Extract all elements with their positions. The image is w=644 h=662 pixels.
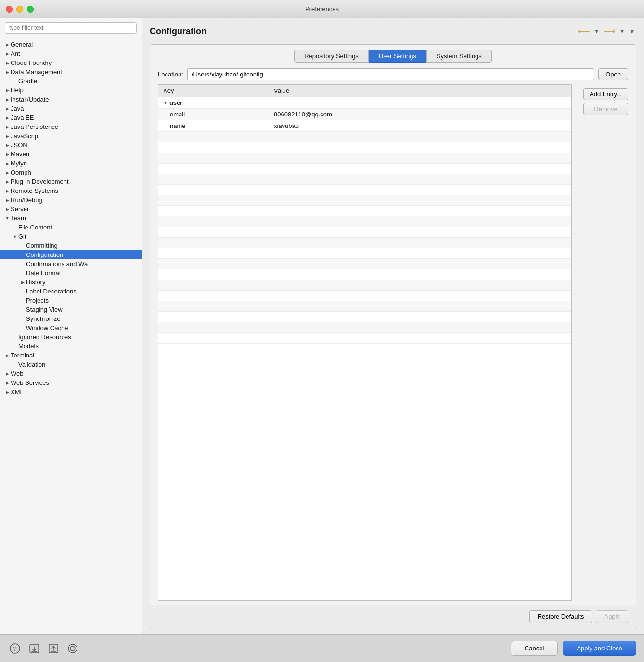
sidebar-item-install-update[interactable]: ▶Install/Update <box>0 95 142 104</box>
tree-label-staging-view: Staging View <box>26 306 142 313</box>
empty-value-cell <box>269 153 571 163</box>
sidebar-item-maven[interactable]: ▶Maven <box>0 150 142 159</box>
value-cell: xiayubao <box>269 120 571 131</box>
help-button[interactable]: ? <box>8 641 22 656</box>
table-row[interactable]: email 906082110@qq.com <box>158 109 571 120</box>
empty-row <box>158 164 571 174</box>
maximize-button[interactable] <box>27 6 34 13</box>
sidebar-item-configuration[interactable]: Configuration <box>0 250 142 259</box>
empty-row <box>158 248 571 259</box>
tree-label-java-persistence: Java Persistence <box>11 123 142 130</box>
sidebar-item-remote-systems[interactable]: ▶Remote Systems <box>0 186 142 195</box>
tab-system[interactable]: System Settings <box>426 50 492 63</box>
sidebar-item-history[interactable]: ▶History <box>0 278 142 287</box>
sidebar-item-label-decorations[interactable]: Label Decorations <box>0 287 142 296</box>
bottom-actions: Cancel Apply and Close <box>511 641 636 656</box>
empty-row <box>158 280 571 291</box>
sidebar-item-gradle[interactable]: Gradle <box>0 76 142 86</box>
sidebar-item-java-persistence[interactable]: ▶Java Persistence <box>0 122 142 131</box>
import-button[interactable] <box>27 641 41 656</box>
sidebar-item-oomph[interactable]: ▶Oomph <box>0 168 142 177</box>
tree-arrow-plugin-dev: ▶ <box>4 179 11 184</box>
sidebar-item-web-services[interactable]: ▶Web Services <box>0 378 142 387</box>
cancel-button[interactable]: Cancel <box>511 641 558 656</box>
back-dropdown[interactable]: ▼ <box>593 27 600 35</box>
empty-key-cell <box>158 280 269 290</box>
record-button[interactable] <box>65 641 80 656</box>
tree-label-ignored-resources: Ignored Resources <box>18 333 142 341</box>
minimize-button[interactable] <box>16 6 23 13</box>
sidebar-item-models[interactable]: Models <box>0 342 142 351</box>
group-name: user <box>169 99 182 106</box>
tree-label-java-ee: Java EE <box>11 114 142 121</box>
tree-label-synchronize: Synchronize <box>26 315 142 322</box>
window-title: Preferences <box>305 5 339 13</box>
tab-repository[interactable]: Repository Settings <box>294 50 369 63</box>
sidebar-item-staging-view[interactable]: Staging View <box>0 305 142 314</box>
sidebar-item-ant[interactable]: ▶Ant <box>0 49 142 58</box>
sidebar-item-ignored-resources[interactable]: Ignored Resources <box>0 332 142 342</box>
empty-key-cell <box>158 301 269 311</box>
tab-user[interactable]: User Settings <box>369 50 426 63</box>
config-panel: Repository SettingsUser SettingsSystem S… <box>150 44 636 628</box>
sidebar-item-plugin-dev[interactable]: ▶Plug-in Development <box>0 177 142 186</box>
apply-close-button[interactable]: Apply and Close <box>563 641 636 656</box>
restore-defaults-button[interactable]: Restore Defaults <box>529 610 592 623</box>
forward-button[interactable]: ⟶ <box>602 25 617 38</box>
sidebar-item-run-debug[interactable]: ▶Run/Debug <box>0 195 142 204</box>
empty-key-cell <box>158 238 269 248</box>
forward-dropdown[interactable]: ▼ <box>618 27 626 35</box>
empty-row <box>158 312 571 322</box>
sidebar-item-xml[interactable]: ▶XML <box>0 387 142 396</box>
sidebar-item-terminal[interactable]: ▶Terminal <box>0 351 142 360</box>
empty-key-cell <box>158 185 269 195</box>
sidebar-item-java-ee[interactable]: ▶Java EE <box>0 113 142 122</box>
empty-value-cell <box>269 164 571 174</box>
table-row[interactable]: name xiayubao <box>158 120 571 132</box>
add-entry-button[interactable]: Add Entry... <box>583 88 628 100</box>
sidebar-item-synchronize[interactable]: Synchronize <box>0 314 142 323</box>
sidebar-item-committing[interactable]: Committing <box>0 241 142 250</box>
collapse-arrow-icon: ▼ <box>163 101 167 105</box>
sidebar-item-git[interactable]: ▼Git <box>0 232 142 241</box>
empty-value-cell <box>269 216 571 227</box>
sidebar-item-validation[interactable]: Validation <box>0 360 142 369</box>
open-button[interactable]: Open <box>598 68 628 80</box>
sidebar-item-server[interactable]: ▶Server <box>0 204 142 214</box>
sidebar-item-general[interactable]: ▶General <box>0 40 142 49</box>
empty-row <box>158 142 571 153</box>
sidebar-item-web[interactable]: ▶Web <box>0 369 142 378</box>
search-input[interactable] <box>5 22 137 34</box>
sidebar-item-projects[interactable]: Projects <box>0 296 142 305</box>
location-input[interactable] <box>187 68 594 80</box>
empty-key-cell <box>158 269 269 280</box>
sidebar-item-mylyn[interactable]: ▶Mylyn <box>0 159 142 168</box>
remove-button: Remove <box>583 103 628 115</box>
close-button[interactable] <box>6 6 13 13</box>
tabs-row: Repository SettingsUser SettingsSystem S… <box>150 45 636 63</box>
empty-row <box>158 238 571 248</box>
table-area: Key Value ▼ user email 906082110@qq.com … <box>150 84 636 605</box>
sidebar-item-file-content[interactable]: File Content <box>0 223 142 232</box>
empty-key-cell <box>158 174 269 184</box>
empty-key-cell <box>158 259 269 269</box>
sidebar-item-confirmations[interactable]: Confirmations and Wa <box>0 259 142 268</box>
tree-label-git: Git <box>18 233 142 240</box>
back-button[interactable]: ⟵ <box>577 25 591 38</box>
sidebar-item-json[interactable]: ▶JSON <box>0 140 142 150</box>
sidebar-item-javascript[interactable]: ▶JavaScript <box>0 131 142 140</box>
empty-key-cell <box>158 248 269 258</box>
sidebar-item-data-management[interactable]: ▶Data Management <box>0 67 142 76</box>
history-dropdown[interactable]: ▼ <box>628 26 636 36</box>
sidebar-item-date-format[interactable]: Date Format <box>0 268 142 278</box>
sidebar-item-window-cache[interactable]: Window Cache <box>0 323 142 332</box>
table-row[interactable]: ▼ user <box>158 97 571 109</box>
empty-row <box>158 269 571 280</box>
empty-value-cell <box>269 333 571 343</box>
sidebar-item-team[interactable]: ▼Team <box>0 214 142 223</box>
sidebar-item-cloud-foundry[interactable]: ▶Cloud Foundry <box>0 58 142 67</box>
sidebar-item-help[interactable]: ▶Help <box>0 86 142 95</box>
export-button[interactable] <box>46 641 61 656</box>
sidebar-item-java[interactable]: ▶Java <box>0 104 142 113</box>
tree-label-xml: XML <box>11 388 142 395</box>
